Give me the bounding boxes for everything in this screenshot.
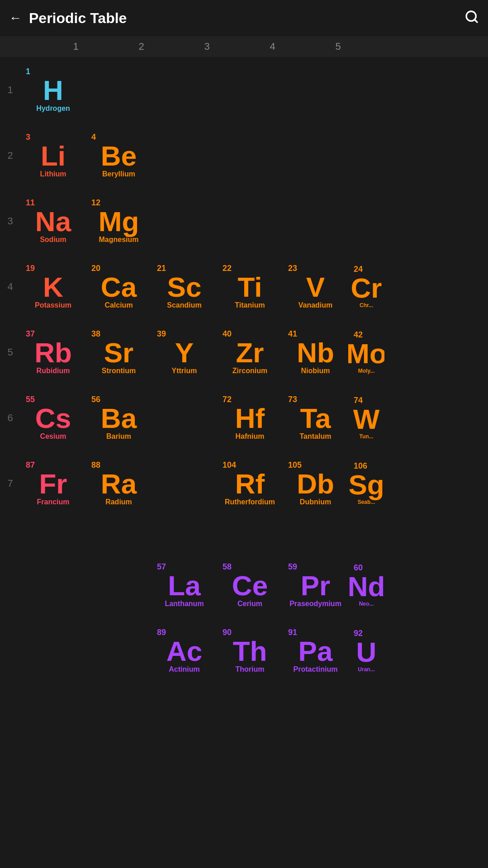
period-row-3: 3 11 Na Sodium 12 Mg Magnesium — [0, 188, 488, 254]
row-label-3: 3 — [0, 215, 20, 227]
element-K[interactable]: 19 K Potassium — [20, 254, 86, 319]
row-label-7: 7 — [0, 478, 20, 489]
page-title: Periodic Table — [29, 10, 464, 27]
row-label-2: 2 — [0, 150, 20, 161]
element-W[interactable]: 74 W Tun... — [348, 385, 384, 451]
element-Ba[interactable]: 56 Ba Barium — [86, 385, 152, 451]
col-header-3: 3 — [174, 41, 240, 52]
element-Na[interactable]: 11 Na Sodium — [20, 188, 86, 254]
element-Sc[interactable]: 21 Sc Scandium — [152, 254, 217, 319]
element-V[interactable]: 23 V Vanadium — [283, 254, 348, 319]
row-label-6: 6 — [0, 412, 20, 424]
element-Li[interactable]: 3 Li Lithium — [20, 123, 86, 188]
element-Zr[interactable]: 40 Zr Zirconium — [217, 319, 283, 385]
period-row-6: 6 55 Cs Cesium 56 Ba Barium 72 Hf Hafniu… — [0, 385, 488, 451]
element-U[interactable]: 92 U Uran... — [348, 618, 384, 683]
period-row-5: 5 37 Rb Rubidium 38 Sr Strontium 39 Y Yt… — [0, 319, 488, 385]
row-label-1: 1 — [0, 84, 20, 96]
empty-cell-6-3 — [152, 385, 217, 451]
row-label-5: 5 — [0, 346, 20, 358]
period-row-2: 2 3 Li Lithium 4 Be Beryllium — [0, 123, 488, 188]
period-row-7: 7 87 Fr Francium 88 Ra Radium 104 Rf Rut… — [0, 451, 488, 516]
element-Ta[interactable]: 73 Ta Tantalum — [283, 385, 348, 451]
col-header-4: 4 — [240, 41, 305, 52]
element-Rf[interactable]: 104 Rf Rutherfordium — [217, 451, 283, 516]
col-header-5: 5 — [305, 41, 371, 52]
period-row-4: 4 19 K Potassium 20 Ca Calcium 21 Sc Sca… — [0, 254, 488, 319]
element-Cr[interactable]: 24 Cr Chr... — [348, 254, 384, 319]
element-Ca[interactable]: 20 Ca Calcium — [86, 254, 152, 319]
element-Pr[interactable]: 59 Pr Praseodymium — [283, 552, 348, 618]
element-Y[interactable]: 39 Y Yttrium — [152, 319, 217, 385]
element-Nd[interactable]: 60 Nd Neo... — [348, 552, 384, 618]
actinide-spacer-2 — [86, 618, 152, 683]
svg-line-1 — [474, 19, 477, 22]
element-Sr[interactable]: 38 Sr Strontium — [86, 319, 152, 385]
element-Cs[interactable]: 55 Cs Cesium — [20, 385, 86, 451]
periodic-table: 1 1 H Hydrogen 2 3 Li Lithium 4 Be Beryl… — [0, 57, 488, 683]
col-header-1: 1 — [43, 41, 109, 52]
element-Pa[interactable]: 91 Pa Protactinium — [283, 618, 348, 683]
element-Th[interactable]: 90 Th Thorium — [217, 618, 283, 683]
element-Hf[interactable]: 72 Hf Hafnium — [217, 385, 283, 451]
element-Mo[interactable]: 42 Mo Moly... — [348, 319, 384, 385]
element-H[interactable]: 1 H Hydrogen — [20, 57, 86, 123]
element-Rb[interactable]: 37 Rb Rubidium — [20, 319, 86, 385]
search-button[interactable] — [464, 9, 479, 27]
element-La[interactable]: 57 La Lanthanum — [152, 552, 217, 618]
element-Sg[interactable]: 106 Sg Seab... — [348, 451, 384, 516]
back-button[interactable]: ← — [9, 11, 22, 25]
element-Fr[interactable]: 87 Fr Francium — [20, 451, 86, 516]
element-Ac[interactable]: 89 Ac Actinium — [152, 618, 217, 683]
actinide-row: 89 Ac Actinium 90 Th Thorium 91 Pa Prota… — [0, 618, 488, 683]
element-Db[interactable]: 105 Db Dubnium — [283, 451, 348, 516]
element-Ce[interactable]: 58 Ce Cerium — [217, 552, 283, 618]
lanthanide-row: 57 La Lanthanum 58 Ce Cerium 59 Pr Prase… — [0, 552, 488, 618]
period-row-1: 1 1 H Hydrogen — [0, 57, 488, 123]
lanthanide-spacer-2 — [86, 552, 152, 618]
column-headers: 1 2 3 4 5 — [0, 36, 488, 57]
col-header-2: 2 — [109, 41, 174, 52]
element-Ra[interactable]: 88 Ra Radium — [86, 451, 152, 516]
app-header: ← Periodic Table — [0, 0, 488, 36]
actinide-spacer-1 — [20, 618, 86, 683]
empty-cell-7-3 — [152, 451, 217, 516]
element-Mg[interactable]: 12 Mg Magnesium — [86, 188, 152, 254]
element-Nb[interactable]: 41 Nb Niobium — [283, 319, 348, 385]
element-Ti[interactable]: 22 Ti Titanium — [217, 254, 283, 319]
lanthanide-spacer-1 — [20, 552, 86, 618]
element-Be[interactable]: 4 Be Beryllium — [86, 123, 152, 188]
row-label-4: 4 — [0, 281, 20, 293]
separator — [0, 516, 488, 552]
